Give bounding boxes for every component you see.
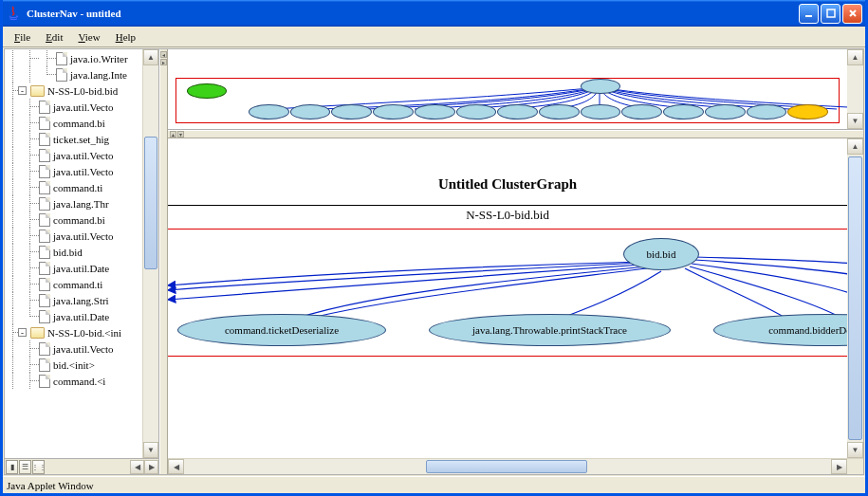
file-icon (39, 246, 50, 259)
collapse-handle-icon[interactable]: - (18, 328, 27, 337)
tree-folder[interactable]: N-SS-L0-bid.bid (47, 85, 118, 97)
overview-leaf-node[interactable] (581, 104, 621, 119)
scroll-right-icon[interactable]: ▶ (831, 459, 847, 474)
tree-tool-button[interactable]: ☰ (19, 460, 31, 474)
detail-horizontal-scrollbar[interactable]: ◀ ▶ (168, 458, 863, 474)
tree-item[interactable]: ticket.set_hig (53, 134, 109, 145)
graph-child-node[interactable]: command.ticketDeserialize (177, 314, 386, 346)
graph-edges (168, 138, 847, 458)
close-button[interactable] (842, 4, 862, 24)
tree-vertical-scrollbar[interactable]: ▲ ▼ (142, 49, 158, 458)
detail-canvas[interactable]: Untitled ClusterGraph N-SS-L0-bid.bid (168, 138, 847, 458)
scroll-thumb[interactable] (426, 460, 587, 473)
tree-item[interactable]: java.lang.Thr (53, 198, 109, 210)
overview-leaf-node[interactable] (290, 104, 331, 119)
graph-child-node[interactable]: java.lang.Throwable.printStackTrace (429, 314, 671, 346)
maximize-button[interactable] (821, 4, 840, 24)
overview-leaf-node[interactable] (497, 104, 538, 119)
file-icon (39, 117, 50, 130)
svg-rect-0 (805, 15, 812, 17)
svg-rect-1 (827, 9, 835, 17)
tree-item[interactable]: java.util.Vecto (53, 343, 114, 355)
tree-item[interactable]: bid.bid (53, 247, 83, 258)
detail-vertical-scrollbar[interactable]: ▲ ▼ (847, 138, 863, 458)
status-bar: Java Applet Window (3, 476, 865, 493)
scroll-right-icon[interactable]: ▶ (144, 460, 158, 474)
overview-leaf-node[interactable] (373, 104, 414, 119)
title-bar[interactable]: ClusterNav - untitled (3, 0, 865, 27)
scroll-thumb[interactable] (848, 156, 862, 440)
tree-toolbar: ▮ ☰ ⋮⋮ ◀ ▶ (5, 458, 158, 474)
folder-icon (30, 327, 45, 339)
vertical-splitter[interactable]: ◂ ▸ (159, 49, 168, 474)
file-icon (39, 294, 50, 307)
tree-item[interactable]: command.ti (53, 182, 102, 193)
tree-tool-button[interactable]: ⋮⋮ (32, 460, 45, 474)
tree-item[interactable]: command.ti (53, 279, 102, 290)
scroll-up-icon[interactable]: ▲ (847, 138, 863, 155)
splitter-down-icon[interactable]: ▾ (177, 131, 184, 138)
tree-item[interactable]: java.util.Vecto (53, 150, 114, 161)
splitter-up-icon[interactable]: ▴ (170, 131, 176, 138)
horizontal-splitter[interactable]: ▴ ▾ (168, 130, 863, 138)
overview-leaf-node[interactable] (705, 104, 746, 119)
tree-item[interactable]: java.lang.Inte (70, 69, 127, 81)
overview-leaf-node[interactable] (456, 104, 497, 119)
scroll-up-icon[interactable]: ▲ (143, 49, 158, 65)
overview-root-node[interactable] (581, 79, 620, 94)
file-icon (56, 52, 67, 65)
tree-item[interactable]: java.lang.Stri (53, 295, 109, 306)
overview-leaf-node-orange[interactable] (787, 104, 828, 119)
file-icon (39, 181, 50, 194)
overview-leaf-node[interactable] (415, 104, 455, 119)
splitter-left-icon[interactable]: ◂ (160, 51, 167, 58)
tree-item[interactable]: java.util.Date (53, 263, 109, 274)
folder-icon (30, 85, 45, 97)
tree-item[interactable]: java.util.Vecto (53, 166, 114, 177)
file-icon (39, 101, 50, 114)
scroll-left-icon[interactable]: ◀ (168, 459, 184, 474)
file-icon (39, 310, 50, 323)
graph-root-node[interactable]: bid.bid (623, 238, 699, 270)
scroll-thumb[interactable] (144, 137, 157, 269)
java-icon (7, 6, 22, 21)
tree-item[interactable]: command.bi (53, 118, 105, 129)
splitter-right-icon[interactable]: ▸ (160, 59, 167, 65)
tree-item[interactable]: java.util.Vecto (53, 101, 114, 113)
tree-tool-button[interactable]: ▮ (6, 460, 18, 474)
tree-item[interactable]: command.<i (53, 376, 105, 387)
collapse-handle-icon[interactable]: - (18, 86, 27, 95)
overview-vertical-scrollbar[interactable]: ▲ ▼ (847, 49, 863, 129)
tree-panel: java.io.Writer java.lang.Inte -N-SS-L0-b… (5, 49, 159, 474)
scroll-up-icon[interactable]: ▲ (847, 49, 863, 65)
overview-leaf-node[interactable] (539, 104, 580, 119)
menu-help[interactable]: Help (108, 29, 143, 45)
menu-file[interactable]: File (7, 29, 38, 45)
minimize-button[interactable] (799, 4, 819, 24)
overview-leaf-node[interactable] (249, 104, 289, 119)
overview-leaf-node[interactable] (621, 104, 662, 119)
window-title: ClusterNav - untitled (27, 8, 121, 19)
menu-view[interactable]: View (70, 29, 107, 45)
tree-item[interactable]: command.bi (53, 214, 105, 226)
file-icon (39, 133, 50, 146)
file-icon (39, 375, 50, 388)
tree-viewport[interactable]: java.io.Writer java.lang.Inte -N-SS-L0-b… (5, 49, 142, 458)
node-label: java.lang.Throwable.printStackTrace (472, 324, 627, 336)
file-icon (39, 213, 50, 227)
scroll-down-icon[interactable]: ▼ (847, 442, 863, 458)
file-icon (39, 278, 50, 291)
scroll-down-icon[interactable]: ▼ (847, 113, 863, 129)
overview-leaf-node[interactable] (331, 104, 372, 119)
overview-leaf-node[interactable] (747, 104, 787, 119)
tree-item[interactable]: java.util.Vecto (53, 230, 114, 242)
tree-item[interactable]: java.io.Writer (70, 53, 128, 64)
overview-leaf-node[interactable] (663, 104, 704, 119)
tree-folder[interactable]: N-SS-L0-bid.<ini (47, 327, 121, 339)
menu-edit[interactable]: Edit (38, 29, 70, 45)
scroll-left-icon[interactable]: ◀ (130, 460, 144, 474)
scroll-down-icon[interactable]: ▼ (143, 442, 158, 458)
tree-item[interactable]: bid.<init> (53, 359, 95, 371)
overview-canvas[interactable] (168, 49, 847, 129)
tree-item[interactable]: java.util.Date (53, 311, 109, 322)
